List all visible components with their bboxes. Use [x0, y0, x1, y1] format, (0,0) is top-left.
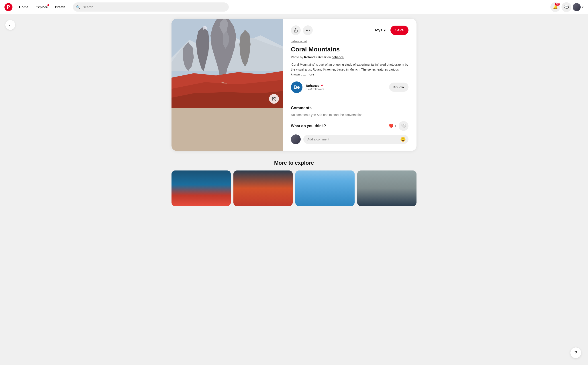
explore-thumb-4[interactable] [357, 170, 416, 206]
account-chevron[interactable]: ▾ [582, 5, 584, 9]
help-button[interactable]: ? [570, 347, 581, 358]
navbar: P Home Explore Create 🔍 🔔 12 💬 ▾ [0, 0, 588, 14]
board-selector[interactable]: Toys ▾ [372, 27, 388, 34]
visual-search-button[interactable] [269, 94, 279, 104]
pin-image [172, 19, 283, 108]
explore-grid [172, 170, 416, 206]
explore-thumb-2[interactable] [233, 170, 293, 206]
search-bar: 🔍 [73, 2, 229, 12]
follow-button[interactable]: Follow [389, 83, 409, 92]
more-link[interactable]: ... more [303, 73, 314, 76]
nav-links: Home Explore Create [16, 3, 68, 11]
comment-input-row: 😀 [291, 134, 409, 144]
pin-actions-top: ••• Toys ▾ Save [291, 25, 409, 35]
notifications-button[interactable]: 🔔 12 [550, 2, 560, 12]
notification-badge: 12 [555, 3, 560, 6]
pin-description: 'Coral Mountains' is part of an ongoing … [291, 62, 409, 77]
more-options-button[interactable]: ••• [303, 25, 313, 35]
comment-input-wrap: 😀 [303, 135, 409, 144]
nav-create[interactable]: Create [52, 3, 69, 11]
back-button[interactable]: ← [5, 20, 15, 30]
no-comments-text: No comments yet! Add one to start the co… [291, 113, 409, 117]
pin-actions-right: Toys ▾ Save [372, 26, 409, 35]
pin-author: Roland Krämer [304, 56, 326, 59]
pin-attribution: Photo by Roland Krämer on behance | [291, 56, 409, 59]
pin-actions-left: ••• [291, 25, 313, 35]
comments-title: Comments [291, 106, 409, 110]
nav-right-actions: 🔔 12 💬 ▾ [550, 2, 584, 12]
share-button[interactable] [291, 25, 301, 35]
comment-input[interactable] [303, 135, 409, 144]
platform-link[interactable]: behance [332, 56, 344, 59]
creator-row: Be Behance ✔ 8.4M followers Follow [291, 81, 409, 93]
pin-detail: ••• Toys ▾ Save behance.net Coral Mounta… [283, 19, 416, 151]
heart-icon: ❤️ [389, 124, 394, 128]
verified-icon: ✔ [321, 84, 324, 87]
creator-info: Behance ✔ 8.4M followers [306, 84, 386, 91]
explore-section: More to explore [172, 160, 416, 206]
creator-name: Behance ✔ [306, 84, 386, 87]
commenter-avatar [291, 134, 301, 144]
messages-button[interactable]: 💬 [561, 2, 571, 12]
reaction-right: ❤️ 1 🤍 [389, 121, 409, 131]
user-avatar[interactable] [573, 3, 581, 11]
pin-card: ••• Toys ▾ Save behance.net Coral Mounta… [172, 19, 416, 151]
comments-section: Comments No comments yet! Add one to sta… [291, 106, 409, 144]
explore-title: More to explore [172, 160, 416, 166]
save-button[interactable]: Save [390, 26, 409, 35]
search-input[interactable] [73, 2, 229, 12]
explore-thumb-3[interactable] [295, 170, 355, 206]
like-button[interactable]: 🤍 [399, 121, 409, 131]
creator-followers: 8.4M followers [306, 87, 386, 91]
emoji-button[interactable]: 😀 [400, 137, 406, 142]
search-icon: 🔍 [76, 5, 80, 9]
nav-home[interactable]: Home [16, 3, 32, 11]
nav-explore[interactable]: Explore [33, 3, 51, 11]
reaction-count: ❤️ 1 [389, 124, 396, 128]
explore-dot [47, 4, 49, 6]
what-do-you-think: What do you think? [291, 124, 326, 128]
creator-avatar[interactable]: Be [291, 81, 302, 93]
board-chevron: ▾ [384, 28, 386, 33]
source-link[interactable]: behance.net [291, 40, 409, 43]
page-content: ••• Toys ▾ Save behance.net Coral Mounta… [0, 14, 588, 215]
explore-thumb-1[interactable] [172, 170, 231, 206]
pin-image-wrap [172, 19, 283, 151]
board-name: Toys [374, 28, 382, 32]
pinterest-logo[interactable]: P [4, 3, 13, 11]
pin-title: Coral Mountains [291, 46, 409, 53]
reaction-row: What do you think? ❤️ 1 🤍 [291, 121, 409, 131]
